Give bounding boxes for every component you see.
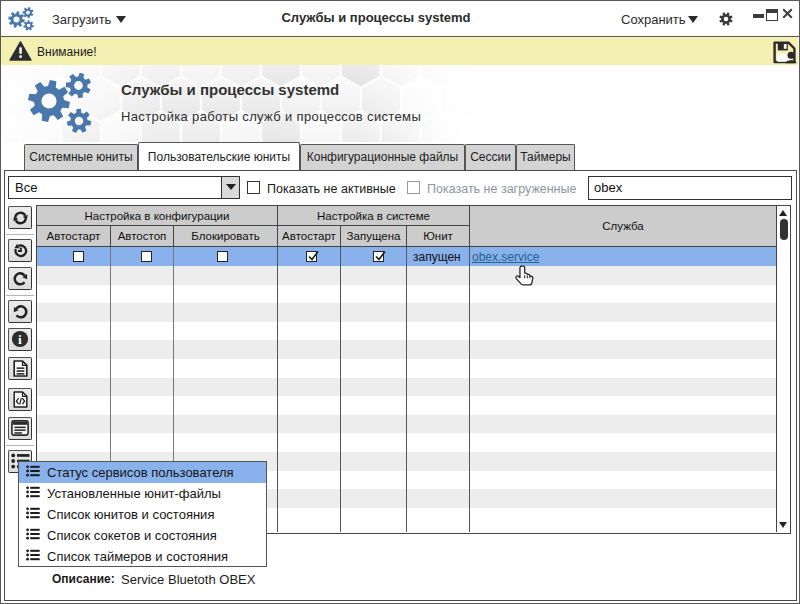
svg-text:i: i (18, 332, 22, 347)
